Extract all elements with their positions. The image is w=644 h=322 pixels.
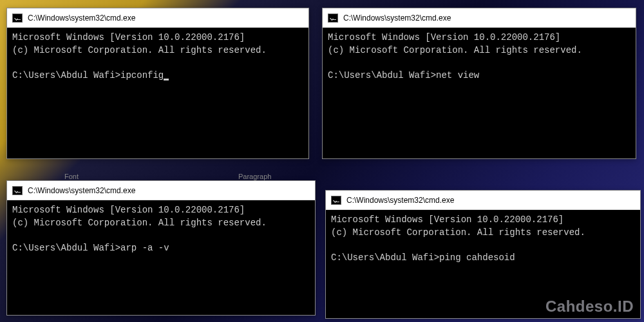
cursor (164, 79, 169, 80)
terminal-body[interactable]: Microsoft Windows [Version 10.0.22000.21… (7, 200, 315, 315)
prompt: C:\Users\Abdul Wafi> (328, 70, 436, 80)
version-line: Microsoft Windows [Version 10.0.22000.21… (12, 32, 245, 43)
cmd-icon (331, 196, 341, 205)
version-line: Microsoft Windows [Version 10.0.22000.21… (328, 32, 560, 43)
command-text: ping cahdesoid (439, 252, 515, 263)
titlebar[interactable]: C:\Windows\system32\cmd.exe (7, 181, 315, 200)
terminal-body[interactable]: Microsoft Windows [Version 10.0.22000.21… (7, 28, 308, 158)
background-text-paragraph: Paragraph (238, 173, 271, 180)
version-line: Microsoft Windows [Version 10.0.22000.21… (12, 205, 245, 215)
prompt: C:\Users\Abdul Wafi> (331, 252, 439, 263)
copyright-line: (c) Microsoft Corporation. All rights re… (12, 218, 267, 228)
watermark-text: Cahdeso.ID (545, 298, 634, 316)
copyright-line: (c) Microsoft Corporation. All rights re… (331, 227, 585, 238)
copyright-line: (c) Microsoft Corporation. All rights re… (12, 45, 267, 55)
prompt: C:\Users\Abdul Wafi> (12, 70, 120, 80)
command-text: arp -a -v (120, 243, 169, 253)
window-title: C:\Windows\system32\cmd.exe (28, 186, 135, 195)
titlebar[interactable]: C:\Windows\system32\cmd.exe (323, 8, 636, 28)
window-title: C:\Windows\system32\cmd.exe (343, 14, 451, 23)
prompt: C:\Users\Abdul Wafi> (12, 243, 120, 253)
cmd-window-arp[interactable]: C:\Windows\system32\cmd.exe Microsoft Wi… (6, 180, 316, 316)
copyright-line: (c) Microsoft Corporation. All rights re… (328, 45, 582, 55)
terminal-body[interactable]: Microsoft Windows [Version 10.0.22000.21… (323, 28, 636, 158)
background-text-font: Font (64, 173, 79, 180)
command-text: ipconfig (120, 70, 164, 80)
titlebar[interactable]: C:\Windows\system32\cmd.exe (7, 8, 308, 28)
cmd-window-ipconfig[interactable]: C:\Windows\system32\cmd.exe Microsoft Wi… (6, 8, 309, 159)
cmd-icon (12, 14, 23, 23)
titlebar[interactable]: C:\Windows\system32\cmd.exe (326, 191, 640, 210)
command-text: net view (436, 70, 479, 80)
window-title: C:\Windows\system32\cmd.exe (28, 14, 135, 23)
cmd-window-netview[interactable]: C:\Windows\system32\cmd.exe Microsoft Wi… (322, 8, 636, 159)
cmd-icon (328, 14, 338, 23)
window-title: C:\Windows\system32\cmd.exe (346, 196, 454, 205)
cmd-icon (12, 186, 23, 195)
version-line: Microsoft Windows [Version 10.0.22000.21… (331, 214, 564, 225)
